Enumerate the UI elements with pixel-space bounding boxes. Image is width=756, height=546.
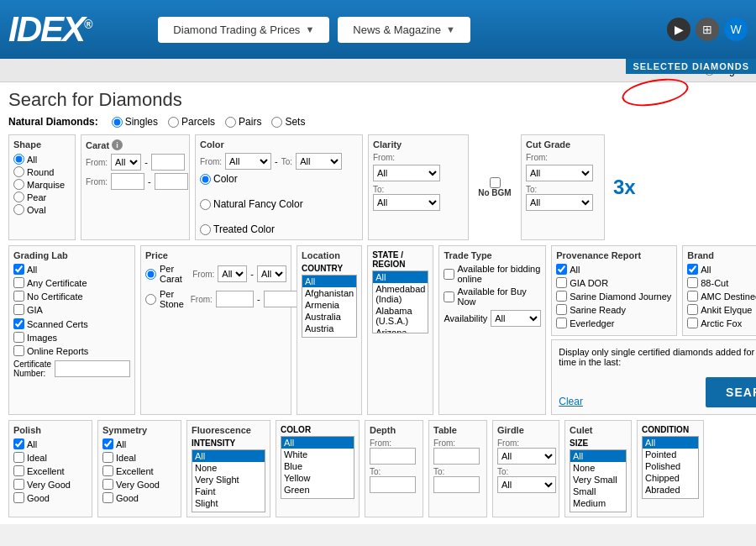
depth-from-input[interactable] [370, 448, 416, 465]
country-bahrain[interactable]: Bahrain [302, 334, 356, 338]
sym-all[interactable]: All [102, 438, 176, 449]
culet-small[interactable]: Small [570, 486, 626, 497]
prov-sarine-journey[interactable]: Sarine Diamond Journey [556, 291, 672, 302]
culet-medium[interactable]: Medium [570, 497, 626, 509]
condition-list[interactable]: All Pointed Polished Chipped Abraded [642, 436, 699, 499]
carat-from2-input[interactable] [111, 173, 144, 190]
culet-all[interactable]: All [570, 450, 626, 462]
sets-option[interactable]: Sets [271, 116, 305, 128]
play-store-icon[interactable]: ▶ [667, 18, 690, 41]
carat-info-icon[interactable]: i [112, 139, 123, 150]
polish-excellent[interactable]: Excellent [13, 465, 87, 476]
prov-sarine-ready[interactable]: Sarine Ready [556, 304, 672, 315]
apple-store-icon[interactable]: ⊞ [696, 18, 719, 41]
color-green[interactable]: Green [281, 484, 354, 496]
fluor-all[interactable]: All [192, 450, 265, 462]
grading-no-cert[interactable]: No Certificate [13, 291, 130, 302]
fluor-none[interactable]: None [192, 462, 265, 474]
cond-pointed[interactable]: Pointed [643, 449, 698, 460]
per-stone-radio[interactable] [145, 294, 156, 305]
state-arizona[interactable]: Arizona (U.S.A.) [373, 327, 428, 333]
state-alabama[interactable]: Alabama (U.S.A.) [373, 305, 428, 327]
culet-list[interactable]: All None Very Small Small Medium [570, 449, 627, 512]
cond-polished[interactable]: Polished [643, 460, 698, 472]
clear-link[interactable]: Clear [559, 396, 583, 407]
table-to-input[interactable] [433, 476, 480, 493]
pairs-option[interactable]: Pairs [225, 116, 261, 128]
carat-from-select[interactable]: All [111, 154, 141, 171]
sym-ideal[interactable]: Ideal [102, 452, 176, 463]
parcels-option[interactable]: Parcels [168, 116, 215, 128]
color-from-select[interactable]: All [225, 153, 271, 170]
country-armenia[interactable]: Armenia [302, 299, 356, 311]
grading-all[interactable]: All [13, 264, 130, 275]
prov-gia-dor[interactable]: GIA DOR [556, 277, 672, 288]
no-bgm-checkbox[interactable] [490, 177, 501, 188]
brand-amc[interactable]: AMC Destinee [687, 291, 756, 302]
shape-all[interactable]: All [13, 153, 71, 165]
color-blue[interactable]: Blue [281, 460, 354, 472]
carat-to2-input[interactable] [155, 173, 188, 190]
polish-all[interactable]: All [13, 438, 87, 449]
country-list[interactable]: All Afghanistan Armenia Australia Austri… [302, 275, 357, 338]
cut-from-select[interactable]: All [526, 165, 593, 181]
color-white[interactable]: White [281, 449, 354, 460]
fluor-list[interactable]: All None Very Slight Faint Slight [192, 449, 265, 512]
shape-marquise[interactable]: Marquise [13, 178, 71, 191]
per-stone-from[interactable] [216, 291, 254, 307]
per-carat-radio[interactable] [145, 269, 156, 280]
search-button[interactable]: SEARCH [706, 377, 756, 407]
polish-very-good[interactable]: Very Good [13, 479, 87, 490]
culet-none[interactable]: None [570, 462, 626, 474]
brand-all[interactable]: All [687, 264, 756, 275]
country-australia[interactable]: Australia [302, 311, 356, 323]
singles-option[interactable]: Singles [112, 116, 158, 128]
carat-to-input[interactable] [151, 154, 185, 171]
color-to-select[interactable]: All [296, 153, 342, 170]
girdle-to-select[interactable]: All [497, 476, 556, 493]
country-all[interactable]: All [302, 276, 356, 287]
price-from-select[interactable]: All [218, 265, 247, 282]
clarity-to-select[interactable]: All [373, 194, 440, 211]
state-ahmedabad[interactable]: Ahmedabad (India) [373, 283, 428, 305]
natural-fancy-radio[interactable]: Natural Fancy Color [200, 198, 358, 210]
table-from-input[interactable] [433, 448, 480, 465]
sym-excellent[interactable]: Excellent [102, 465, 176, 476]
shape-round[interactable]: Round [13, 165, 71, 178]
clarity-from-select[interactable]: All [373, 165, 440, 181]
culet-very-small[interactable]: Very Small [570, 474, 626, 486]
polish-good[interactable]: Good [13, 492, 87, 503]
scanned-certs-checkbox[interactable]: Scanned Certs [13, 318, 130, 329]
brand-ankit[interactable]: Ankit Elyque [687, 304, 756, 315]
brand-arctic[interactable]: Arctic Fox [687, 318, 756, 328]
sym-good[interactable]: Good [102, 492, 176, 503]
price-to-select[interactable]: All [257, 265, 286, 282]
bidding-online-checkbox[interactable]: Available for bidding online [444, 264, 541, 284]
color-radio[interactable]: Color [200, 173, 358, 185]
grading-any-cert[interactable]: Any Certificate [13, 277, 130, 288]
country-austria[interactable]: Austria [302, 323, 356, 334]
availability-select[interactable]: All [491, 310, 541, 327]
color-filter-list[interactable]: All White Blue Yellow Green [281, 436, 354, 499]
nav-diamond-trading[interactable]: Diamond Trading & Prices ▼ [158, 17, 329, 43]
color-all[interactable]: All [281, 437, 354, 449]
state-list[interactable]: All Ahmedabad (India) Alabama (U.S.A.) A… [372, 270, 428, 333]
images-checkbox[interactable]: Images [13, 332, 130, 343]
color-yellow[interactable]: Yellow [281, 472, 354, 484]
online-reports-checkbox[interactable]: Online Reports [13, 345, 130, 356]
cond-abraded[interactable]: Abraded [643, 484, 698, 496]
shape-oval[interactable]: Oval [13, 203, 71, 216]
windows-icon[interactable]: W [724, 18, 748, 41]
shape-pear[interactable]: Pear [13, 191, 71, 203]
country-afghanistan[interactable]: Afghanistan [302, 287, 356, 299]
per-stone-to[interactable] [264, 291, 302, 307]
brand-88cut[interactable]: 88-Cut [687, 277, 756, 288]
fluor-slight[interactable]: Slight [192, 497, 265, 509]
fluor-very-slight[interactable]: Very Slight [192, 474, 265, 486]
state-all[interactable]: All [373, 271, 428, 283]
fluor-faint[interactable]: Faint [192, 486, 265, 497]
polish-ideal[interactable]: Ideal [13, 452, 87, 463]
depth-to-input[interactable] [370, 476, 416, 493]
nav-news-magazine[interactable]: News & Magazine ▼ [338, 17, 470, 43]
girdle-from-select[interactable]: All [497, 448, 556, 465]
